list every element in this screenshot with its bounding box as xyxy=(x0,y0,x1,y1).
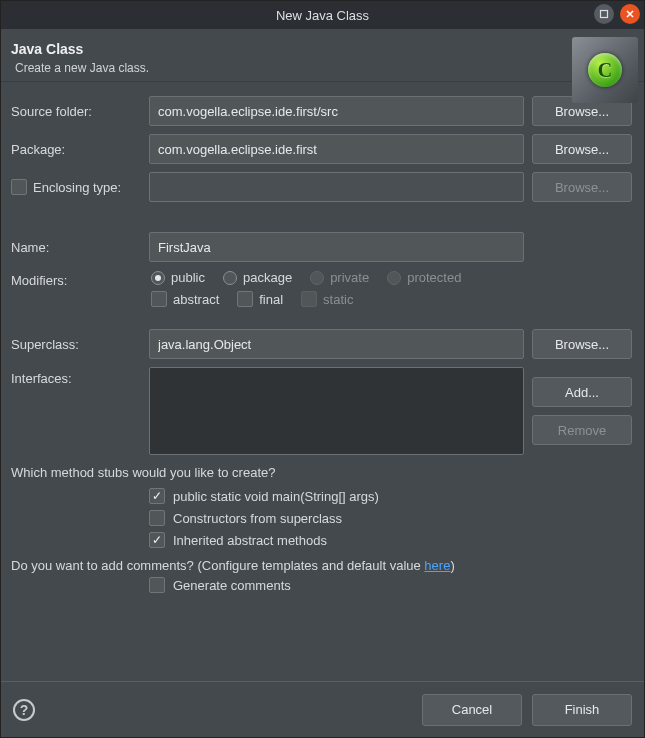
modifier-flags-row: abstract final static xyxy=(149,291,632,307)
stubs-question: Which method stubs would you like to cre… xyxy=(11,465,632,480)
label-modifiers: Modifiers: xyxy=(11,270,141,288)
stub-inherited-checkbox[interactable] xyxy=(149,532,165,548)
radio-public-item[interactable]: public xyxy=(151,270,205,285)
radio-private-label: private xyxy=(330,270,369,285)
radio-public[interactable] xyxy=(151,271,165,285)
comments-question-suffix: ) xyxy=(450,558,454,573)
class-icon: C xyxy=(588,53,622,87)
close-icon xyxy=(625,9,635,19)
close-button[interactable] xyxy=(620,4,640,24)
superclass-input[interactable] xyxy=(149,329,524,359)
static-item: static xyxy=(301,291,353,307)
browse-enclosing-type-button: Browse... xyxy=(532,172,632,202)
generate-comments-label: Generate comments xyxy=(173,578,291,593)
comments-grid: Generate comments xyxy=(11,577,632,593)
stub-constructors-row[interactable]: Constructors from superclass xyxy=(149,510,632,526)
remove-interface-button: Remove xyxy=(532,415,632,445)
window-controls xyxy=(594,4,640,24)
abstract-label: abstract xyxy=(173,292,219,307)
stub-main-row[interactable]: public static void main(String[] args) xyxy=(149,488,632,504)
dialog-footer: ? Cancel Finish xyxy=(1,681,644,737)
stubs-list: public static void main(String[] args) C… xyxy=(149,488,632,548)
abstract-checkbox[interactable] xyxy=(151,291,167,307)
comments-question: Do you want to add comments? (Configure … xyxy=(11,558,632,573)
final-item[interactable]: final xyxy=(237,291,283,307)
restore-button[interactable] xyxy=(594,4,614,24)
package-input[interactable] xyxy=(149,134,524,164)
svg-rect-0 xyxy=(601,11,608,18)
label-name: Name: xyxy=(11,240,141,255)
restore-icon xyxy=(599,9,609,19)
radio-package-label: package xyxy=(243,270,292,285)
window-title: New Java Class xyxy=(276,8,369,23)
titlebar[interactable]: New Java Class xyxy=(1,1,644,29)
cancel-button[interactable]: Cancel xyxy=(422,694,522,726)
interfaces-list[interactable] xyxy=(149,367,524,455)
generate-comments-row[interactable]: Generate comments xyxy=(149,577,632,593)
name-input[interactable] xyxy=(149,232,524,262)
abstract-item[interactable]: abstract xyxy=(151,291,219,307)
radio-package[interactable] xyxy=(223,271,237,285)
radio-package-item[interactable]: package xyxy=(223,270,292,285)
dialog-body: Source folder: Browse... Package: Browse… xyxy=(1,82,644,681)
form-grid: Source folder: Browse... Package: Browse… xyxy=(11,96,632,455)
dialog-heading: Java Class xyxy=(11,41,632,57)
visibility-row: public package private protected xyxy=(149,270,632,285)
stubs-grid: public static void main(String[] args) C… xyxy=(11,484,632,548)
source-folder-input[interactable] xyxy=(149,96,524,126)
enclosing-type-input xyxy=(149,172,524,202)
radio-public-label: public xyxy=(171,270,205,285)
help-icon: ? xyxy=(20,702,29,718)
browse-superclass-button[interactable]: Browse... xyxy=(532,329,632,359)
generate-comments-checkbox[interactable] xyxy=(149,577,165,593)
static-checkbox xyxy=(301,291,317,307)
browse-package-button[interactable]: Browse... xyxy=(532,134,632,164)
radio-private xyxy=(310,271,324,285)
label-package: Package: xyxy=(11,142,141,157)
header-banner: C xyxy=(572,37,638,103)
stub-constructors-label: Constructors from superclass xyxy=(173,511,342,526)
label-enclosing-type: Enclosing type: xyxy=(33,180,121,195)
dialog-subtitle: Create a new Java class. xyxy=(15,61,632,75)
interfaces-buttons: Add... Remove xyxy=(532,377,632,445)
stub-main-label: public static void main(String[] args) xyxy=(173,489,379,504)
stub-main-checkbox[interactable] xyxy=(149,488,165,504)
help-button[interactable]: ? xyxy=(13,699,35,721)
label-interfaces: Interfaces: xyxy=(11,367,141,386)
label-source-folder: Source folder: xyxy=(11,104,141,119)
configure-templates-link[interactable]: here xyxy=(424,558,450,573)
radio-protected-label: protected xyxy=(407,270,461,285)
finish-button[interactable]: Finish xyxy=(532,694,632,726)
spacer xyxy=(11,315,632,321)
enclosing-type-row: Enclosing type: xyxy=(11,179,141,195)
enclosing-type-checkbox[interactable] xyxy=(11,179,27,195)
stub-constructors-checkbox[interactable] xyxy=(149,510,165,526)
spacer xyxy=(11,210,632,224)
radio-protected-item: protected xyxy=(387,270,461,285)
footer-buttons: Cancel Finish xyxy=(422,694,632,726)
final-label: final xyxy=(259,292,283,307)
label-superclass: Superclass: xyxy=(11,337,141,352)
add-interface-button[interactable]: Add... xyxy=(532,377,632,407)
final-checkbox[interactable] xyxy=(237,291,253,307)
modifiers-area: public package private protected abstrac… xyxy=(149,270,632,307)
static-label: static xyxy=(323,292,353,307)
radio-protected xyxy=(387,271,401,285)
stub-inherited-row[interactable]: Inherited abstract methods xyxy=(149,532,632,548)
dialog-header: Java Class Create a new Java class. C xyxy=(1,29,644,82)
dialog-window: New Java Class Java Class Create a new J… xyxy=(0,0,645,738)
stub-inherited-label: Inherited abstract methods xyxy=(173,533,327,548)
radio-private-item: private xyxy=(310,270,369,285)
comments-question-prefix: Do you want to add comments? (Configure … xyxy=(11,558,424,573)
